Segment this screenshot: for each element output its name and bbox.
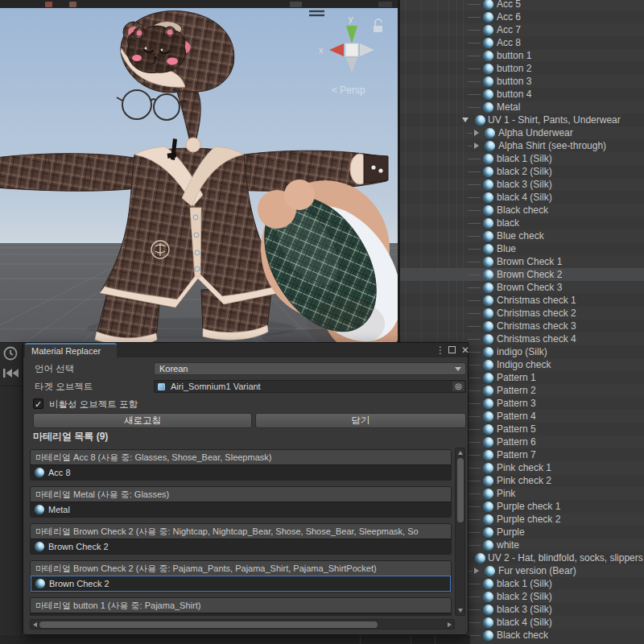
tree-connector — [468, 545, 481, 546]
toolbar-icon[interactable] — [45, 2, 52, 7]
include-inactive-checkbox[interactable]: ✓ — [33, 398, 43, 409]
material-object-field[interactable] — [31, 613, 451, 616]
material-icon — [483, 540, 493, 551]
gizmo-x-label: x — [319, 45, 324, 55]
foldout-collapsed-icon[interactable] — [474, 130, 479, 136]
vertical-scrollbar[interactable] — [455, 448, 465, 616]
material-icon — [483, 502, 493, 512]
hierarchy-row[interactable]: black 4 (Silk) — [400, 191, 644, 204]
hierarchy-item-label: black 4 (Silk) — [497, 616, 552, 629]
hierarchy-row[interactable]: Alpha Shirt (see-through) — [400, 139, 644, 152]
hierarchy-row[interactable]: button 1 — [400, 49, 644, 62]
hierarchy-row[interactable]: button 2 — [400, 62, 644, 75]
material-object-field[interactable]: Brown Check 2 — [31, 539, 451, 554]
scroll-up-icon[interactable] — [458, 451, 463, 455]
material-icon — [483, 231, 493, 242]
language-dropdown[interactable]: Korean — [154, 362, 466, 375]
hierarchy-row[interactable]: Acc 6 — [400, 10, 644, 23]
material-icon — [35, 579, 45, 588]
refresh-button[interactable]: 새로고침 — [33, 413, 252, 428]
hierarchy-item-label: Christmas check 3 — [497, 320, 576, 332]
material-icon — [483, 463, 493, 473]
tree-connector — [468, 133, 473, 134]
material-icon — [483, 167, 493, 177]
object-picker-icon[interactable]: ◎ — [452, 382, 464, 391]
hierarchy-row[interactable]: Acc 5 — [400, 0, 644, 10]
tree-connector — [468, 326, 481, 327]
hierarchy-row[interactable]: black 3 (Silk) — [400, 178, 644, 191]
hierarchy-item-label: Pattern 5 — [497, 423, 536, 436]
hierarchy-row[interactable]: button 3 — [400, 75, 644, 88]
toolbar-icon[interactable] — [378, 2, 392, 7]
hierarchy-row[interactable]: black 1 (Silk) — [400, 152, 644, 165]
material-icon — [483, 192, 493, 203]
foldout-collapsed-icon[interactable] — [474, 142, 479, 149]
scroll-down-icon[interactable] — [458, 609, 463, 613]
window-menu-icon[interactable]: ⋮ — [434, 344, 447, 357]
material-icon — [483, 12, 493, 23]
hierarchy-row[interactable]: Acc 7 — [400, 23, 644, 36]
tree-connector — [468, 584, 481, 584]
hierarchy-item-label: black — [497, 217, 519, 229]
window-close-icon[interactable]: ✕ — [459, 344, 472, 357]
toolbar-icon[interactable] — [290, 2, 302, 7]
hierarchy-row[interactable]: Blue — [400, 242, 644, 255]
material-icon — [35, 505, 44, 514]
hierarchy-item-label: UV 1 - Shirt, Pants, Underwear — [488, 114, 621, 126]
tree-connector — [468, 300, 481, 301]
hierarchy-row[interactable]: UV 1 - Shirt, Pants, Underwear — [400, 114, 644, 126]
gizmo-y-label: y — [349, 14, 353, 23]
persp-label[interactable]: < Persp — [332, 85, 365, 96]
hierarchy-row[interactable]: Brown Check 3 — [400, 281, 644, 294]
material-object-field[interactable]: Metal — [31, 502, 451, 517]
scroll-left-icon[interactable] — [33, 622, 37, 627]
first-frame-icon[interactable] — [3, 369, 19, 378]
horizontal-scroll-thumb[interactable] — [39, 621, 378, 628]
prefab-icon — [158, 383, 165, 390]
hierarchy-item-label: Christmas check 2 — [497, 307, 576, 320]
tree-connector — [468, 171, 481, 172]
window-maximize-icon[interactable] — [448, 346, 456, 353]
hierarchy-row[interactable]: Brown Check 2 — [400, 268, 644, 281]
tree-connector — [468, 275, 481, 275]
hierarchy-row[interactable]: black 2 (Silk) — [400, 165, 644, 178]
material-object-field[interactable]: Acc 8 — [31, 464, 451, 480]
material-icon — [483, 489, 493, 499]
hierarchy-row[interactable]: Acc 8 — [400, 36, 644, 49]
hierarchy-row[interactable]: Christmas check 2 — [400, 307, 644, 320]
material-icon — [483, 283, 493, 293]
foldout-expanded-icon[interactable] — [462, 118, 469, 122]
toolbar-icon[interactable] — [69, 2, 76, 7]
material-name: Metal — [48, 505, 70, 514]
hierarchy-item-label: Alpha Shirt (see-through) — [498, 139, 606, 152]
tab-material-replacer[interactable]: Material Replacer — [25, 343, 117, 357]
material-icon — [483, 605, 493, 615]
hierarchy-row[interactable]: Christmas check 3 — [400, 320, 644, 332]
scene-view[interactable]: y x < Persp — [0, 8, 398, 342]
material-object-field[interactable]: Brown Check 2 — [31, 576, 451, 592]
tree-connector — [468, 287, 481, 288]
hierarchy-item-label: button 2 — [497, 62, 531, 75]
hierarchy-row[interactable]: Blue check — [400, 229, 644, 242]
hierarchy-row[interactable]: button 4 — [400, 88, 644, 101]
tree-connector — [468, 506, 481, 507]
hierarchy-row[interactable]: black — [400, 217, 644, 229]
foldout-collapsed-icon[interactable] — [474, 568, 479, 574]
hierarchy-row[interactable]: Metal — [400, 101, 644, 114]
hierarchy-item-label: Acc 7 — [497, 23, 521, 36]
material-icon — [483, 64, 493, 74]
horizontal-scrollbar[interactable] — [30, 619, 455, 630]
hierarchy-row[interactable]: Christmas check 1 — [400, 294, 644, 307]
material-icon — [483, 102, 493, 113]
hierarchy-row[interactable]: Black check — [400, 204, 644, 217]
tree-connector — [468, 378, 481, 378]
hierarchy-row[interactable]: Alpha Underwear — [400, 126, 644, 139]
material-icon — [483, 437, 493, 448]
hierarchy-item-label: Pattern 3 — [497, 397, 536, 410]
target-object-field[interactable]: Airi_Somnium1 Variant ◎ — [154, 380, 466, 393]
vertical-scroll-thumb[interactable] — [457, 458, 464, 522]
scroll-right-icon[interactable] — [448, 622, 452, 627]
close-button[interactable]: 닫기 — [255, 413, 466, 428]
hierarchy-row[interactable]: Brown Check 1 — [400, 255, 644, 268]
material-icon — [483, 592, 493, 602]
